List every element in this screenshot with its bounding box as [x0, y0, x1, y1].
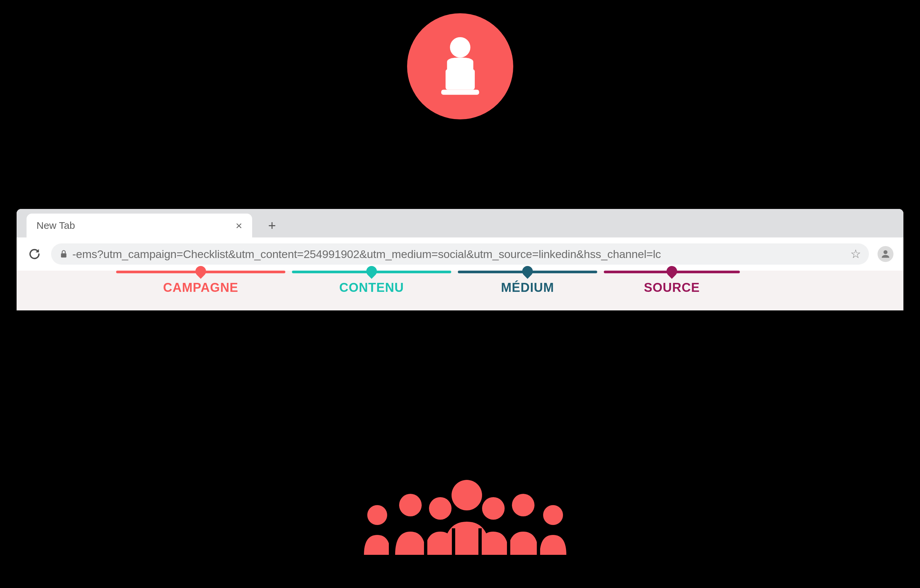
- browser-toolbar: -ems?utm_campaign=Checklist&utm_content=…: [16, 237, 904, 271]
- svg-point-10: [512, 494, 535, 516]
- svg-point-7: [429, 497, 452, 520]
- tab-strip: New Tab × +: [16, 209, 904, 237]
- svg-point-5: [367, 505, 387, 525]
- svg-point-11: [543, 505, 563, 525]
- label-medium: MÉDIUM: [458, 281, 597, 295]
- utm-annotations: CAMPAGNE CONTENU MÉDIUM SOURCE: [16, 271, 904, 310]
- marketer-laptop-icon: [424, 30, 497, 103]
- label-source: SOURCE: [604, 281, 740, 295]
- annotation-campagne: CAMPAGNE: [116, 271, 285, 295]
- audience-group: [354, 468, 566, 562]
- annotation-medium: MÉDIUM: [458, 271, 597, 295]
- reload-button[interactable]: [26, 246, 42, 262]
- audience-group-icon: [354, 468, 566, 562]
- svg-rect-2: [441, 90, 479, 95]
- reload-icon: [28, 247, 41, 261]
- label-campagne: CAMPAGNE: [116, 281, 285, 295]
- svg-rect-1: [445, 69, 475, 90]
- svg-rect-3: [61, 254, 66, 258]
- person-icon: [880, 249, 891, 260]
- annotation-source: SOURCE: [604, 271, 740, 295]
- svg-point-6: [399, 494, 422, 516]
- svg-point-8: [452, 480, 482, 510]
- browser-tab[interactable]: New Tab ×: [26, 213, 252, 237]
- url-text: -ems?utm_campaign=Checklist&utm_content=…: [72, 248, 846, 261]
- svg-point-0: [450, 37, 470, 58]
- svg-point-4: [883, 250, 888, 254]
- close-tab-icon[interactable]: ×: [236, 219, 242, 232]
- bookmark-star-icon[interactable]: ☆: [850, 247, 861, 261]
- profile-avatar-button[interactable]: [878, 246, 894, 262]
- tab-title: New Tab: [37, 220, 75, 231]
- marketer-badge: [407, 13, 513, 120]
- annotation-contenu: CONTENU: [292, 271, 451, 295]
- lock-icon: [59, 249, 68, 258]
- svg-point-9: [482, 497, 505, 520]
- new-tab-button[interactable]: +: [262, 216, 282, 236]
- browser-chrome: New Tab × + -ems?utm_campaign=Checklist&…: [16, 209, 904, 310]
- label-contenu: CONTENU: [292, 281, 451, 295]
- address-bar[interactable]: -ems?utm_campaign=Checklist&utm_content=…: [51, 244, 869, 265]
